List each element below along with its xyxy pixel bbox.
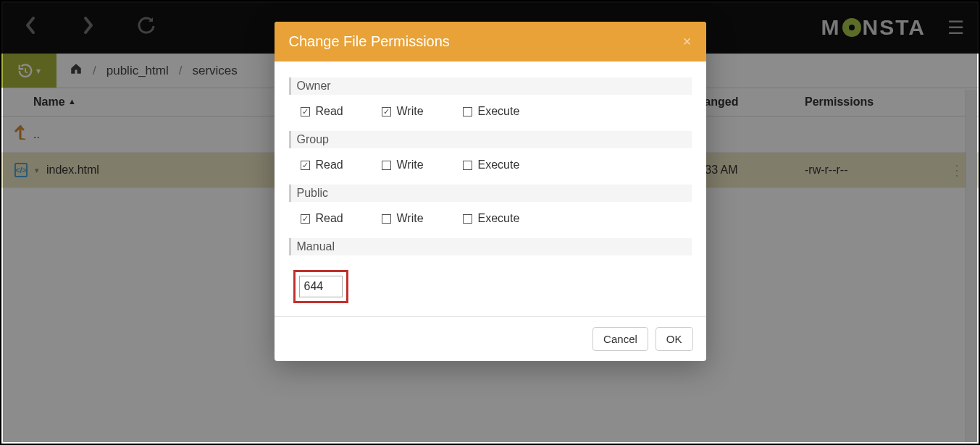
manual-permissions-input[interactable] bbox=[299, 276, 343, 297]
public-write-checkbox[interactable]: Write bbox=[382, 212, 432, 225]
modal-footer: Cancel OK bbox=[275, 316, 706, 361]
public-perms: ✓Read Write Execute bbox=[289, 212, 692, 231]
modal-header: Change File Permissions × bbox=[275, 22, 706, 62]
owner-execute-checkbox[interactable]: Execute bbox=[463, 105, 520, 118]
cancel-button[interactable]: Cancel bbox=[592, 327, 648, 351]
section-group: Group bbox=[289, 131, 692, 148]
owner-read-checkbox[interactable]: ✓Read bbox=[301, 105, 351, 118]
public-execute-checkbox[interactable]: Execute bbox=[463, 212, 520, 225]
ok-button[interactable]: OK bbox=[656, 327, 693, 351]
close-icon[interactable]: × bbox=[683, 33, 692, 50]
group-read-checkbox[interactable]: ✓Read bbox=[301, 158, 351, 171]
group-write-checkbox[interactable]: Write bbox=[382, 158, 432, 171]
section-manual: Manual bbox=[289, 238, 692, 255]
owner-perms: ✓Read ✓Write Execute bbox=[289, 105, 692, 124]
section-public: Public bbox=[289, 185, 692, 202]
group-perms: ✓Read Write Execute bbox=[289, 158, 692, 177]
group-execute-checkbox[interactable]: Execute bbox=[463, 158, 520, 171]
public-read-checkbox[interactable]: ✓Read bbox=[301, 212, 351, 225]
modal-title: Change File Permissions bbox=[289, 33, 450, 50]
owner-write-checkbox[interactable]: ✓Write bbox=[382, 105, 432, 118]
manual-highlight bbox=[293, 270, 348, 303]
section-owner: Owner bbox=[289, 77, 692, 95]
permissions-modal: Change File Permissions × Owner ✓Read ✓W… bbox=[275, 22, 706, 361]
